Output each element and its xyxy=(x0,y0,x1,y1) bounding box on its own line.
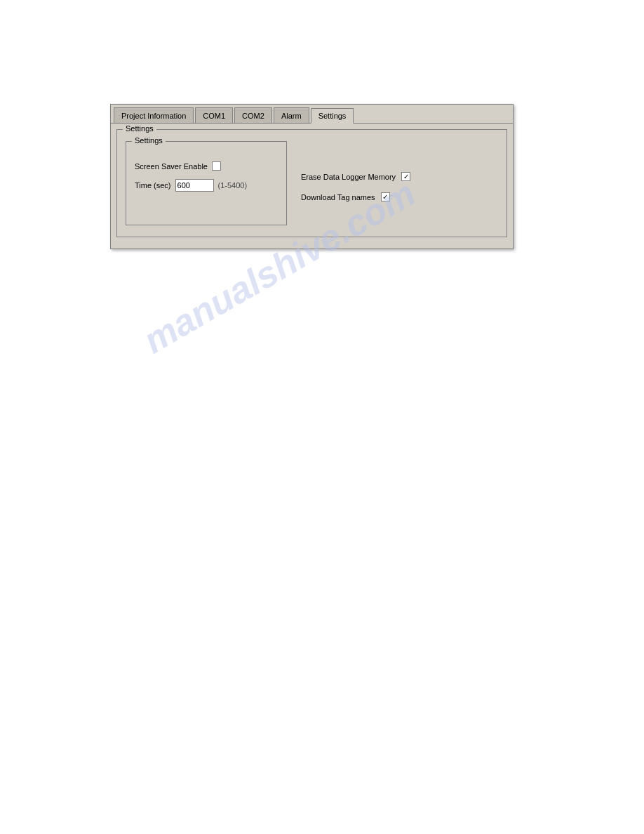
download-tag-names-row: Download Tag names xyxy=(301,192,498,201)
time-input[interactable] xyxy=(175,179,214,192)
screen-saver-label: Screen Saver Enable xyxy=(135,162,208,171)
outer-settings-legend: Settings xyxy=(123,124,156,133)
dialog-content: Settings Settings Screen Saver Enable Ti xyxy=(111,124,513,249)
time-row: Time (sec) (1-5400) xyxy=(135,179,278,192)
tab-com2[interactable]: COM2 xyxy=(234,107,272,123)
tab-alarm-label: Alarm xyxy=(281,112,302,120)
settings-layout: Settings Screen Saver Enable Time (sec) … xyxy=(123,135,501,231)
screen-saver-checkbox[interactable] xyxy=(212,161,221,171)
time-label: Time (sec) xyxy=(135,181,171,190)
download-tag-names-checkbox[interactable] xyxy=(381,192,390,201)
erase-data-logger-checkbox[interactable] xyxy=(401,172,410,181)
tab-settings[interactable]: Settings xyxy=(311,108,354,124)
erase-data-logger-row: Erase Data Logger Memory xyxy=(301,172,498,181)
tab-project-information[interactable]: Project Information xyxy=(114,107,194,123)
inner-settings-group: Settings Screen Saver Enable Time (sec) … xyxy=(126,141,287,225)
inner-settings-legend: Settings xyxy=(132,136,166,145)
tab-alarm[interactable]: Alarm xyxy=(274,107,309,123)
tab-com1-label: COM1 xyxy=(203,112,225,120)
tab-bar: Project Information COM1 COM2 Alarm Sett… xyxy=(111,105,513,124)
tab-com1[interactable]: COM1 xyxy=(195,107,233,123)
outer-settings-group: Settings Settings Screen Saver Enable Ti xyxy=(116,129,507,237)
left-panel: Settings Screen Saver Enable Time (sec) … xyxy=(126,141,287,225)
tab-com2-label: COM2 xyxy=(242,112,264,120)
erase-data-logger-label: Erase Data Logger Memory xyxy=(301,173,396,181)
tab-project-information-label: Project Information xyxy=(121,112,186,120)
right-panel: Erase Data Logger Memory Download Tag na… xyxy=(301,141,498,225)
tab-settings-label: Settings xyxy=(318,112,347,120)
time-hint: (1-5400) xyxy=(218,181,248,190)
dialog-container: Project Information COM1 COM2 Alarm Sett… xyxy=(110,104,514,249)
screen-saver-row: Screen Saver Enable xyxy=(135,161,278,171)
download-tag-names-label: Download Tag names xyxy=(301,193,375,201)
